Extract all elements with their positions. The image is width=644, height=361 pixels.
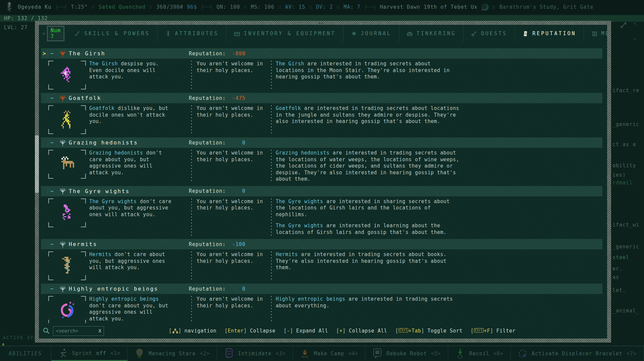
clipped-log-text: ct as a	[612, 141, 636, 147]
frame-corner-icon	[48, 296, 53, 301]
ability-button-intimidate[interactable]: Intimidate<3>	[217, 346, 293, 361]
clipped-log-text: _generic	[612, 244, 639, 250]
faction-holy-places: You aren't welcome in their holy places.	[194, 105, 269, 134]
dialog-footer: X []navigation[Enter]Collapse[-]Expand A…	[39, 323, 607, 339]
ability-button-rebuke-robot[interactable]: Rebuke Robot<5>	[366, 346, 448, 361]
faction-sprite-frame	[48, 105, 86, 134]
search-box: X	[53, 326, 104, 336]
collapse-toggle[interactable]: −	[48, 50, 56, 57]
frame-corner-icon	[48, 61, 53, 66]
ability-hotkey: <2>	[200, 351, 210, 357]
faction-header[interactable]: > − Grazing hedonists Reputation: 0	[41, 137, 602, 148]
collapse-toggle[interactable]: −	[48, 286, 56, 292]
level-indicator: LVL: 27	[4, 24, 28, 31]
separator-bar-icon: ├──┤	[55, 4, 67, 10]
tab-inventory-equipment[interactable]: INVENTORY & EQUIPMENT	[226, 25, 343, 42]
tab-journal[interactable]: JOURNAL	[343, 25, 399, 42]
faction-row: > − The Gyre wights Reputation: 0 The Gy…	[41, 186, 602, 239]
hint-key: +Tab	[408, 328, 421, 334]
reputation-list: > − The Girsh Reputation: -800 The Girsh…	[39, 42, 607, 323]
interest-paragraph: Grazing hedonists are interested in trad…	[276, 150, 602, 183]
faction-sprite-frame	[48, 251, 86, 280]
collapse-toggle[interactable]: −	[48, 95, 56, 101]
collapse-toggle[interactable]: −	[48, 241, 56, 247]
faction-row: > − Goatfolk Reputation: -475 Goatfolk d…	[41, 93, 602, 137]
search-icon	[42, 327, 50, 335]
faction-summary: The Girsh despise you. Even docile ones …	[89, 61, 189, 89]
faction-header[interactable]: > − The Girsh Reputation: -800	[41, 48, 602, 59]
faction-interests: The Girsh are interested in trading secr…	[274, 61, 602, 89]
interest-paragraph: Hermits are interested in trading secret…	[276, 251, 602, 271]
ability-button-recoil[interactable]: Recoil<6>	[448, 346, 511, 361]
separator-bar-icon: ├──┤	[364, 4, 376, 10]
ability-button-make-camp[interactable]: Make Camp<4>	[293, 346, 366, 361]
faction-header[interactable]: > − Hermits Reputation: -100	[41, 239, 602, 249]
tab-message-log[interactable]: MESSAGE LOG	[584, 25, 607, 42]
frame-corner-icon	[48, 251, 53, 256]
faction-details: The Gyre wights don't care about you, bu…	[41, 196, 602, 239]
tab-reputation[interactable]: REPUTATION	[515, 25, 583, 42]
hint-collapse: [Enter]Collapse	[224, 328, 275, 334]
clipped-log-text: _generic	[612, 121, 639, 127]
tab-skills-powers[interactable]: SKILLS & POWERS	[67, 25, 157, 42]
faction-sprite-frame	[48, 198, 86, 227]
corner-bracket-icon: ⌝	[633, 21, 636, 28]
tab-quests[interactable]: QUESTS	[464, 25, 515, 42]
tab-tinkering[interactable]: TINKERING	[399, 25, 463, 42]
faction-holy-places: You aren't welcome in their holy places.	[194, 150, 269, 183]
faction-interests: Highly entropic beings are interested in…	[274, 296, 602, 323]
tab-attributes[interactable]: ATTRIBUTES	[158, 25, 226, 42]
faction-holy-places: You aren't welcome in their holy places.	[194, 296, 269, 323]
frame-corner-icon	[81, 296, 86, 301]
faction-header[interactable]: > − Goatfolk Reputation: -475	[41, 93, 602, 103]
moon-phase-icon	[481, 3, 489, 11]
search-clear-button[interactable]: X	[99, 328, 101, 334]
faction-header[interactable]: > − The Gyre wights Reputation: 0	[41, 186, 602, 196]
faction-header[interactable]: > − Highly entropic beings Reputation: 0	[41, 284, 602, 294]
hedonist-sprite	[57, 157, 77, 172]
scrollbar-thumb[interactable]	[35, 135, 39, 193]
clipped-log-text: steel	[612, 254, 629, 260]
column-divider	[271, 296, 272, 323]
faction-row: > − Hermits Reputation: -100 Hermits don…	[41, 239, 602, 284]
tab-label: SKILLS & POWERS	[84, 31, 150, 37]
frame-corner-icon	[48, 129, 53, 134]
scroll-up-arrows-icon[interactable]: ▲▲	[319, 21, 324, 25]
ctrl-key-icon: Ctrl	[474, 328, 484, 333]
hint-label: navigation	[184, 328, 216, 334]
clipped-log-text: er.	[612, 266, 623, 272]
reputation-value: -100	[209, 241, 246, 247]
hint-label: Collapse All	[349, 328, 387, 334]
ability-button-menacing-stare[interactable]: Menacing Stare<2>	[128, 346, 217, 361]
quest-icon	[471, 31, 477, 37]
frame-corner-icon	[81, 251, 86, 256]
tree-pale	[59, 139, 66, 146]
tab-label: TINKERING	[417, 31, 456, 37]
frame-corner-icon	[81, 222, 86, 227]
ability-hotkey: <6>	[493, 351, 503, 357]
hint-key: -	[287, 328, 290, 334]
separator-bar-icon: ├──┤	[201, 4, 213, 10]
collapse-toggle[interactable]: −	[48, 139, 56, 146]
faction-holy-places: You aren't welcome in their holy places.	[194, 251, 269, 280]
faction-name: Highly entropic beings	[69, 286, 158, 292]
tree-pale	[59, 285, 66, 293]
frame-corner-icon	[48, 275, 53, 280]
faction-name: The Gyre wights	[69, 188, 130, 194]
faction-summary: Grazing hedonists don't care about you, …	[89, 150, 189, 183]
faction-row: > − Highly entropic beings Reputation: 0…	[41, 284, 602, 323]
location-name: Barathrum's Study, Grit Gate	[499, 4, 594, 10]
player-topbar-icon	[5, 1, 14, 13]
collapse-toggle[interactable]: −	[48, 188, 56, 194]
tab-label: INVENTORY & EQUIPMENT	[244, 31, 336, 37]
hint-collapse-all: [+]Collapse All	[336, 328, 387, 334]
search-input[interactable]	[53, 326, 104, 336]
ability-button-sprint[interactable]: Sprintoff<1>	[51, 346, 128, 361]
separator-dots-icon: ∷	[244, 4, 247, 10]
prev-tab-hotkey[interactable]: Num 7	[47, 26, 64, 41]
frame-corner-icon	[81, 129, 86, 134]
character-sheet-window: ▲▲ ⊣ Num 7 SKILLS & POWERSATTRIBUTESINVE…	[35, 21, 611, 343]
carry-weight: 360/390#	[156, 4, 183, 10]
ability-button-activate-displacer-bracelet[interactable]: Activate Displacer Bracelet<7>	[511, 346, 644, 361]
faction-holy-places: You aren't welcome in their holy places.	[194, 61, 269, 89]
